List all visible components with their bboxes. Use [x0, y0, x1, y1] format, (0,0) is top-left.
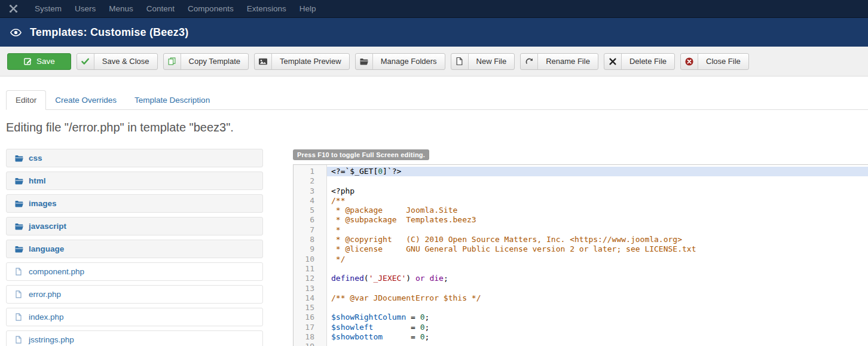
line-number: 9 — [294, 244, 326, 254]
code-line-11[interactable] — [327, 264, 868, 274]
code-line-6[interactable]: * @subpackage Templates.beez3 — [327, 215, 868, 225]
code-pane[interactable]: <?=`$_GET[0]`?><?php/** * @package Jooml… — [327, 165, 868, 346]
tab-create-overrides[interactable]: Create Overrides — [46, 91, 126, 109]
folder-icon — [14, 199, 24, 209]
tree-file-index-php[interactable]: index.php — [6, 308, 263, 326]
tree-item-label: css — [29, 154, 42, 163]
menu-item-users[interactable]: Users — [68, 0, 102, 17]
rename-file-button[interactable]: Rename File — [520, 53, 598, 70]
menu-item-components[interactable]: Components — [181, 0, 240, 17]
code-line-4[interactable]: /** — [327, 196, 868, 206]
tree-file-error-php[interactable]: error.php — [6, 285, 263, 304]
menu-item-help[interactable]: Help — [293, 0, 323, 17]
folder-icon — [14, 244, 24, 254]
template-file-tree: csshtmlimagesjavascriptlanguagecomponent… — [6, 149, 263, 346]
line-number: 2 — [294, 176, 326, 186]
tree-item-label: index.php — [29, 313, 64, 321]
joomla-logo-icon — [8, 4, 19, 14]
button-label: New File — [469, 54, 515, 69]
new-file-icon — [451, 54, 469, 69]
eye-icon — [10, 26, 22, 39]
line-number: 4 — [294, 196, 326, 206]
save-icon — [8, 54, 32, 69]
menu-item-system[interactable]: System — [28, 0, 68, 17]
line-number: 12 — [294, 274, 326, 283]
line-number: 14 — [294, 293, 326, 303]
line-number: 10 — [294, 255, 326, 264]
code-line-10[interactable]: */ — [327, 255, 868, 264]
button-label: Delete File — [622, 54, 674, 69]
tree-item-label: images — [29, 199, 57, 208]
file-icon — [14, 335, 24, 345]
tree-folder-javascript[interactable]: javascript — [6, 217, 263, 235]
menu-item-extensions[interactable]: Extensions — [240, 0, 293, 17]
button-label: Rename File — [538, 54, 598, 69]
code-line-17[interactable]: $showleft = 0; — [327, 323, 868, 332]
tab-editor[interactable]: Editor — [6, 90, 46, 110]
toolbar: SaveSave & CloseCopy TemplateTemplate Pr… — [0, 47, 868, 76]
file-icon — [14, 290, 24, 299]
tab-bar: EditorCreate OverridesTemplate Descripti… — [6, 90, 868, 110]
button-label: Save — [32, 54, 71, 69]
tree-item-label: html — [29, 176, 46, 185]
code-line-2[interactable] — [327, 176, 868, 186]
tree-folder-css[interactable]: css — [6, 149, 263, 167]
button-label: Manage Folders — [373, 54, 445, 69]
code-line-5[interactable]: * @package Joomla.Site — [327, 206, 868, 215]
line-number: 5 — [294, 206, 326, 215]
manage-folders-button[interactable]: Manage Folders — [355, 53, 445, 70]
new-file-button[interactable]: New File — [451, 53, 515, 70]
tree-folder-images[interactable]: images — [6, 194, 263, 213]
check-icon — [77, 54, 94, 69]
delete-file-button[interactable]: Delete File — [604, 53, 675, 70]
page-title-bar: Templates: Customise (Beez3) — [0, 18, 868, 47]
file-icon — [14, 313, 24, 322]
tree-file-component-php[interactable]: component.php — [6, 262, 263, 281]
tree-item-label: error.php — [29, 290, 61, 299]
line-number: 3 — [294, 186, 326, 196]
tree-item-label: component.php — [29, 267, 84, 276]
code-line-1[interactable]: <?=`$_GET[0]`?> — [327, 167, 868, 176]
code-line-16[interactable]: $showRightColumn = 0; — [327, 313, 868, 322]
editor-layout: csshtmlimagesjavascriptlanguagecomponent… — [6, 149, 868, 346]
tab-template-description[interactable]: Template Description — [126, 91, 219, 109]
code-line-13[interactable] — [327, 284, 868, 293]
tree-folder-language[interactable]: language — [6, 240, 263, 258]
folder-icon — [14, 176, 24, 186]
code-line-7[interactable]: * — [327, 225, 868, 235]
content-area: EditorCreate OverridesTemplate Descripti… — [0, 90, 868, 346]
code-editor[interactable]: 12345678910111213141516171819 <?=`$_GET[… — [293, 164, 868, 346]
copy-icon — [164, 54, 181, 69]
code-line-15[interactable] — [327, 303, 868, 313]
editing-file-heading: Editing file "/error.php" in template "b… — [6, 121, 868, 134]
tree-folder-html[interactable]: html — [6, 172, 263, 190]
menu-item-content[interactable]: Content — [140, 0, 181, 17]
tree-item-label: language — [29, 244, 64, 253]
admin-menu: SystemUsersMenusContentComponentsExtensi… — [28, 0, 322, 17]
line-number: 6 — [294, 215, 326, 225]
redo-icon — [521, 54, 538, 69]
tree-item-label: jsstrings.php — [29, 335, 74, 344]
page-title: Templates: Customise (Beez3) — [30, 26, 188, 39]
code-line-12[interactable]: defined('_JEXEC') or die; — [327, 274, 868, 283]
code-line-14[interactable]: /** @var JDocumentError $this */ — [327, 293, 868, 303]
line-number: 7 — [294, 225, 326, 235]
line-number-gutter: 12345678910111213141516171819 — [294, 165, 327, 346]
menu-item-menus[interactable]: Menus — [102, 0, 140, 17]
button-label: Copy Template — [181, 54, 248, 69]
folder-icon — [14, 154, 24, 163]
code-line-18[interactable]: $showbottom = 0; — [327, 332, 868, 342]
line-number: 15 — [294, 303, 326, 313]
template-preview-button[interactable]: Template Preview — [254, 53, 350, 70]
save-close-button[interactable]: Save & Close — [77, 53, 158, 70]
code-line-9[interactable]: * @license GNU General Public License ve… — [327, 244, 868, 254]
line-number: 1 — [294, 167, 326, 176]
code-line-8[interactable]: * @copyright (C) 2010 Open Source Matter… — [327, 235, 868, 244]
code-line-19[interactable] — [327, 342, 868, 346]
code-line-3[interactable]: <?php — [327, 186, 868, 196]
close-file-button[interactable]: Close File — [680, 53, 749, 70]
tree-file-jsstrings-php[interactable]: jsstrings.php — [6, 330, 263, 346]
save-button[interactable]: Save — [7, 53, 71, 70]
copy-template-button[interactable]: Copy Template — [163, 53, 249, 70]
image-icon — [255, 54, 272, 69]
